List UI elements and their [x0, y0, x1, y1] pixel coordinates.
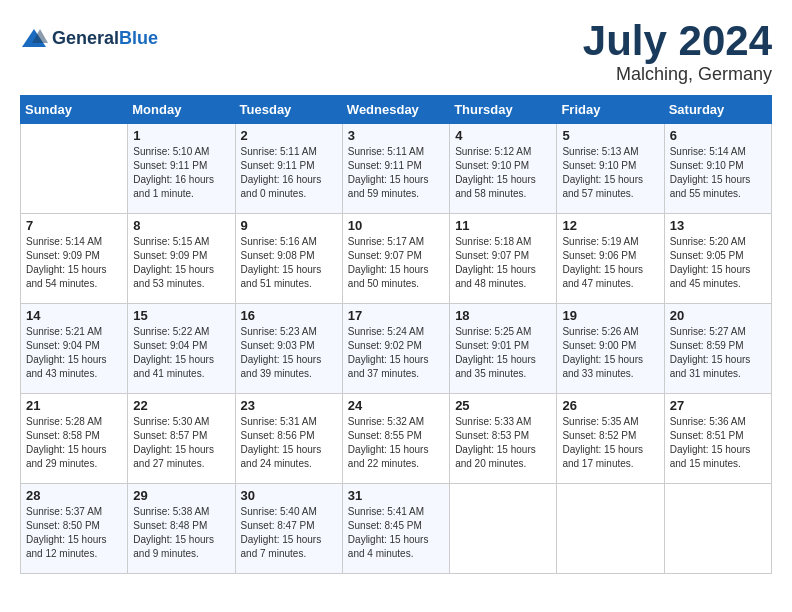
- day-info: Sunrise: 5:15 AM Sunset: 9:09 PM Dayligh…: [133, 235, 229, 291]
- weekday-header: Thursday: [450, 96, 557, 124]
- day-info: Sunrise: 5:11 AM Sunset: 9:11 PM Dayligh…: [348, 145, 444, 201]
- day-info: Sunrise: 5:31 AM Sunset: 8:56 PM Dayligh…: [241, 415, 337, 471]
- day-number: 10: [348, 218, 444, 233]
- day-info: Sunrise: 5:18 AM Sunset: 9:07 PM Dayligh…: [455, 235, 551, 291]
- day-info: Sunrise: 5:26 AM Sunset: 9:00 PM Dayligh…: [562, 325, 658, 381]
- day-number: 21: [26, 398, 122, 413]
- calendar-week-row: 21Sunrise: 5:28 AM Sunset: 8:58 PM Dayli…: [21, 394, 772, 484]
- calendar-cell: [664, 484, 771, 574]
- calendar-cell: 29Sunrise: 5:38 AM Sunset: 8:48 PM Dayli…: [128, 484, 235, 574]
- day-info: Sunrise: 5:14 AM Sunset: 9:10 PM Dayligh…: [670, 145, 766, 201]
- weekday-header: Wednesday: [342, 96, 449, 124]
- calendar-cell: 15Sunrise: 5:22 AM Sunset: 9:04 PM Dayli…: [128, 304, 235, 394]
- day-info: Sunrise: 5:35 AM Sunset: 8:52 PM Dayligh…: [562, 415, 658, 471]
- calendar-cell: 14Sunrise: 5:21 AM Sunset: 9:04 PM Dayli…: [21, 304, 128, 394]
- calendar-cell: 21Sunrise: 5:28 AM Sunset: 8:58 PM Dayli…: [21, 394, 128, 484]
- calendar-cell: 26Sunrise: 5:35 AM Sunset: 8:52 PM Dayli…: [557, 394, 664, 484]
- day-number: 2: [241, 128, 337, 143]
- day-number: 29: [133, 488, 229, 503]
- day-info: Sunrise: 5:12 AM Sunset: 9:10 PM Dayligh…: [455, 145, 551, 201]
- day-number: 12: [562, 218, 658, 233]
- day-info: Sunrise: 5:27 AM Sunset: 8:59 PM Dayligh…: [670, 325, 766, 381]
- weekday-header: Tuesday: [235, 96, 342, 124]
- calendar-week-row: 1Sunrise: 5:10 AM Sunset: 9:11 PM Daylig…: [21, 124, 772, 214]
- calendar-week-row: 7Sunrise: 5:14 AM Sunset: 9:09 PM Daylig…: [21, 214, 772, 304]
- day-info: Sunrise: 5:10 AM Sunset: 9:11 PM Dayligh…: [133, 145, 229, 201]
- weekday-row: SundayMondayTuesdayWednesdayThursdayFrid…: [21, 96, 772, 124]
- calendar-cell: 25Sunrise: 5:33 AM Sunset: 8:53 PM Dayli…: [450, 394, 557, 484]
- day-number: 25: [455, 398, 551, 413]
- day-info: Sunrise: 5:11 AM Sunset: 9:11 PM Dayligh…: [241, 145, 337, 201]
- calendar-cell: [557, 484, 664, 574]
- day-info: Sunrise: 5:33 AM Sunset: 8:53 PM Dayligh…: [455, 415, 551, 471]
- day-number: 27: [670, 398, 766, 413]
- logo-icon: [20, 25, 48, 53]
- day-number: 3: [348, 128, 444, 143]
- day-number: 7: [26, 218, 122, 233]
- day-info: Sunrise: 5:41 AM Sunset: 8:45 PM Dayligh…: [348, 505, 444, 561]
- day-info: Sunrise: 5:24 AM Sunset: 9:02 PM Dayligh…: [348, 325, 444, 381]
- calendar-cell: 1Sunrise: 5:10 AM Sunset: 9:11 PM Daylig…: [128, 124, 235, 214]
- calendar-cell: [21, 124, 128, 214]
- calendar-cell: 4Sunrise: 5:12 AM Sunset: 9:10 PM Daylig…: [450, 124, 557, 214]
- day-info: Sunrise: 5:21 AM Sunset: 9:04 PM Dayligh…: [26, 325, 122, 381]
- day-info: Sunrise: 5:28 AM Sunset: 8:58 PM Dayligh…: [26, 415, 122, 471]
- calendar-cell: 2Sunrise: 5:11 AM Sunset: 9:11 PM Daylig…: [235, 124, 342, 214]
- calendar-week-row: 28Sunrise: 5:37 AM Sunset: 8:50 PM Dayli…: [21, 484, 772, 574]
- weekday-header: Sunday: [21, 96, 128, 124]
- calendar-cell: 24Sunrise: 5:32 AM Sunset: 8:55 PM Dayli…: [342, 394, 449, 484]
- day-info: Sunrise: 5:16 AM Sunset: 9:08 PM Dayligh…: [241, 235, 337, 291]
- day-number: 11: [455, 218, 551, 233]
- day-number: 6: [670, 128, 766, 143]
- calendar-cell: 27Sunrise: 5:36 AM Sunset: 8:51 PM Dayli…: [664, 394, 771, 484]
- calendar-cell: 3Sunrise: 5:11 AM Sunset: 9:11 PM Daylig…: [342, 124, 449, 214]
- day-number: 20: [670, 308, 766, 323]
- calendar-cell: 6Sunrise: 5:14 AM Sunset: 9:10 PM Daylig…: [664, 124, 771, 214]
- calendar-cell: [450, 484, 557, 574]
- page-header: GeneralBlue July 2024 Malching, Germany: [20, 20, 772, 85]
- calendar-week-row: 14Sunrise: 5:21 AM Sunset: 9:04 PM Dayli…: [21, 304, 772, 394]
- day-info: Sunrise: 5:23 AM Sunset: 9:03 PM Dayligh…: [241, 325, 337, 381]
- day-info: Sunrise: 5:30 AM Sunset: 8:57 PM Dayligh…: [133, 415, 229, 471]
- day-number: 4: [455, 128, 551, 143]
- logo: GeneralBlue: [20, 25, 158, 53]
- day-info: Sunrise: 5:36 AM Sunset: 8:51 PM Dayligh…: [670, 415, 766, 471]
- calendar-cell: 9Sunrise: 5:16 AM Sunset: 9:08 PM Daylig…: [235, 214, 342, 304]
- day-info: Sunrise: 5:22 AM Sunset: 9:04 PM Dayligh…: [133, 325, 229, 381]
- day-number: 30: [241, 488, 337, 503]
- day-info: Sunrise: 5:25 AM Sunset: 9:01 PM Dayligh…: [455, 325, 551, 381]
- calendar-body: 1Sunrise: 5:10 AM Sunset: 9:11 PM Daylig…: [21, 124, 772, 574]
- day-number: 1: [133, 128, 229, 143]
- calendar-cell: 23Sunrise: 5:31 AM Sunset: 8:56 PM Dayli…: [235, 394, 342, 484]
- calendar-cell: 13Sunrise: 5:20 AM Sunset: 9:05 PM Dayli…: [664, 214, 771, 304]
- weekday-header: Monday: [128, 96, 235, 124]
- day-number: 9: [241, 218, 337, 233]
- day-number: 17: [348, 308, 444, 323]
- day-info: Sunrise: 5:20 AM Sunset: 9:05 PM Dayligh…: [670, 235, 766, 291]
- month-title: July 2024: [583, 20, 772, 62]
- calendar-cell: 7Sunrise: 5:14 AM Sunset: 9:09 PM Daylig…: [21, 214, 128, 304]
- day-number: 26: [562, 398, 658, 413]
- day-number: 13: [670, 218, 766, 233]
- day-info: Sunrise: 5:14 AM Sunset: 9:09 PM Dayligh…: [26, 235, 122, 291]
- location: Malching, Germany: [583, 64, 772, 85]
- calendar-cell: 22Sunrise: 5:30 AM Sunset: 8:57 PM Dayli…: [128, 394, 235, 484]
- day-number: 16: [241, 308, 337, 323]
- calendar-cell: 11Sunrise: 5:18 AM Sunset: 9:07 PM Dayli…: [450, 214, 557, 304]
- calendar-cell: 16Sunrise: 5:23 AM Sunset: 9:03 PM Dayli…: [235, 304, 342, 394]
- calendar-cell: 20Sunrise: 5:27 AM Sunset: 8:59 PM Dayli…: [664, 304, 771, 394]
- day-info: Sunrise: 5:32 AM Sunset: 8:55 PM Dayligh…: [348, 415, 444, 471]
- calendar-header: SundayMondayTuesdayWednesdayThursdayFrid…: [21, 96, 772, 124]
- day-number: 5: [562, 128, 658, 143]
- logo-text-line1: GeneralBlue: [52, 29, 158, 49]
- calendar-cell: 5Sunrise: 5:13 AM Sunset: 9:10 PM Daylig…: [557, 124, 664, 214]
- calendar-cell: 19Sunrise: 5:26 AM Sunset: 9:00 PM Dayli…: [557, 304, 664, 394]
- calendar-cell: 18Sunrise: 5:25 AM Sunset: 9:01 PM Dayli…: [450, 304, 557, 394]
- day-number: 18: [455, 308, 551, 323]
- calendar-cell: 28Sunrise: 5:37 AM Sunset: 8:50 PM Dayli…: [21, 484, 128, 574]
- day-number: 22: [133, 398, 229, 413]
- day-number: 24: [348, 398, 444, 413]
- day-info: Sunrise: 5:38 AM Sunset: 8:48 PM Dayligh…: [133, 505, 229, 561]
- calendar-cell: 10Sunrise: 5:17 AM Sunset: 9:07 PM Dayli…: [342, 214, 449, 304]
- day-info: Sunrise: 5:13 AM Sunset: 9:10 PM Dayligh…: [562, 145, 658, 201]
